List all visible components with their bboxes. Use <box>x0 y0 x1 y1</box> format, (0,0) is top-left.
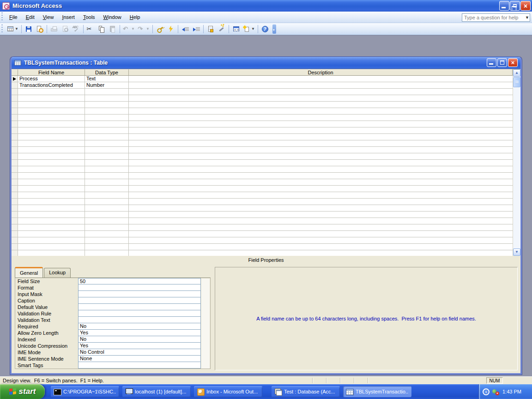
data-type-cell[interactable] <box>85 244 129 250</box>
dropdown-arrow-icon[interactable]: ▼ <box>131 27 135 31</box>
toolbar-paste-button[interactable] <box>107 24 118 34</box>
toolbar-file-search-button[interactable] <box>34 24 45 34</box>
description-cell[interactable] <box>129 121 513 127</box>
description-cell[interactable] <box>129 179 513 186</box>
property-value-input[interactable] <box>78 284 201 291</box>
property-value-input[interactable]: No <box>78 323 201 330</box>
data-type-cell[interactable] <box>85 231 129 237</box>
property-value-input[interactable] <box>78 362 201 369</box>
field-name-cell[interactable] <box>18 218 85 224</box>
data-type-cell[interactable] <box>85 192 129 199</box>
data-type-cell[interactable] <box>85 89 129 95</box>
minimize-button[interactable] <box>499 1 509 11</box>
toolbar-new-object-button[interactable]: ▼ <box>242 24 256 34</box>
toolbar-build-button[interactable] <box>216 24 227 34</box>
field-name-cell[interactable] <box>18 95 85 102</box>
toolbar-redo-button[interactable]: ↷▼ <box>136 24 151 34</box>
dropdown-arrow-icon[interactable]: ▼ <box>15 27 18 31</box>
scroll-down-icon[interactable]: ▼ <box>513 248 520 256</box>
data-type-cell[interactable] <box>85 212 129 218</box>
row-selector[interactable] <box>12 244 18 250</box>
row-selector[interactable] <box>12 192 18 199</box>
field-name-cell[interactable] <box>18 173 85 179</box>
field-name-cell[interactable] <box>18 231 85 237</box>
column-header-description[interactable]: Description <box>129 69 513 76</box>
toolbar-indexes-button[interactable] <box>165 24 176 34</box>
row-selector[interactable] <box>12 250 18 256</box>
row-selector[interactable] <box>12 218 18 224</box>
row-selector[interactable] <box>12 224 18 231</box>
description-cell[interactable] <box>129 192 513 199</box>
field-name-cell[interactable] <box>18 108 85 115</box>
data-type-cell[interactable] <box>85 199 129 205</box>
data-type-cell[interactable] <box>85 108 129 115</box>
description-cell[interactable] <box>129 82 513 89</box>
clock[interactable]: 1:43 PM <box>502 389 521 394</box>
description-cell[interactable] <box>129 108 513 115</box>
field-name-cell[interactable] <box>18 89 85 95</box>
field-name-cell[interactable] <box>18 115 85 121</box>
data-type-cell[interactable] <box>85 153 129 160</box>
description-cell[interactable] <box>129 95 513 102</box>
description-cell[interactable] <box>129 153 513 160</box>
toolbar-help-button[interactable]: ? <box>260 24 271 34</box>
description-cell[interactable] <box>129 102 513 108</box>
description-cell[interactable] <box>129 127 513 134</box>
field-name-cell[interactable] <box>18 244 85 250</box>
field-name-cell[interactable] <box>18 205 85 212</box>
tab-lookup[interactable]: Lookup <box>44 268 71 278</box>
field-name-cell[interactable] <box>18 160 85 166</box>
taskbar-button-outlook[interactable]: Inbox - Microsoft Out... <box>194 386 262 397</box>
toolbar-insert-rows-button[interactable] <box>180 24 191 34</box>
menu-grip[interactable] <box>1 12 3 21</box>
description-cell[interactable] <box>129 134 513 140</box>
toolbar-undo-button[interactable]: ↶▼ <box>121 24 136 34</box>
data-type-cell[interactable] <box>85 140 129 147</box>
property-value-input[interactable] <box>78 304 201 310</box>
toolbar-view-datasheet-button[interactable]: ▼ <box>5 24 20 34</box>
toolbar-options-icon[interactable] <box>272 24 276 34</box>
field-name-cell[interactable] <box>18 237 85 244</box>
data-type-cell[interactable] <box>85 95 129 102</box>
field-name-cell[interactable] <box>18 192 85 199</box>
description-cell[interactable] <box>129 140 513 147</box>
question-box[interactable] <box>462 13 530 22</box>
data-type-cell[interactable] <box>85 134 129 140</box>
start-button[interactable]: start <box>0 384 45 399</box>
field-name-cell[interactable] <box>18 179 85 186</box>
toolbar-primary-key-button[interactable] <box>154 24 165 34</box>
taskbar-button-access-database[interactable]: Test : Database (Acc... <box>272 386 340 397</box>
row-selector[interactable] <box>12 173 18 179</box>
row-selector[interactable] <box>12 231 18 237</box>
row-selector[interactable] <box>12 205 18 212</box>
field-name-cell[interactable]: Process <box>18 76 85 82</box>
description-cell[interactable] <box>129 199 513 205</box>
data-type-cell[interactable] <box>85 173 129 179</box>
description-cell[interactable] <box>129 76 513 82</box>
data-type-cell[interactable] <box>85 186 129 192</box>
menu-view[interactable]: View <box>39 12 58 22</box>
description-cell[interactable] <box>129 89 513 95</box>
taskbar-button-remote-desktop[interactable]: localhost (1) [default]... <box>122 386 191 397</box>
data-type-cell[interactable] <box>85 250 129 256</box>
property-value-input[interactable] <box>78 310 201 317</box>
description-cell[interactable] <box>129 244 513 250</box>
description-cell[interactable] <box>129 147 513 153</box>
field-name-cell[interactable]: TransactionsCompleted <box>18 82 85 89</box>
close-button[interactable]: × <box>520 1 531 11</box>
property-value-input[interactable]: No <box>78 336 201 343</box>
row-selector[interactable] <box>12 95 18 102</box>
row-selector[interactable] <box>12 179 18 186</box>
description-cell[interactable] <box>129 237 513 244</box>
description-cell[interactable] <box>129 173 513 179</box>
field-name-cell[interactable] <box>18 166 85 173</box>
menu-window[interactable]: Window <box>99 12 126 22</box>
description-cell[interactable] <box>129 205 513 212</box>
field-name-cell[interactable] <box>18 102 85 108</box>
toolbar-properties-button[interactable] <box>205 24 216 34</box>
scroll-track[interactable] <box>513 87 520 248</box>
taskbar-button-access-table[interactable]: TBLSystemTransactio... <box>343 386 411 397</box>
data-type-cell[interactable]: Text <box>85 76 129 82</box>
toolbar-print-button[interactable] <box>48 24 60 34</box>
toolbar-grip[interactable] <box>1 24 3 34</box>
